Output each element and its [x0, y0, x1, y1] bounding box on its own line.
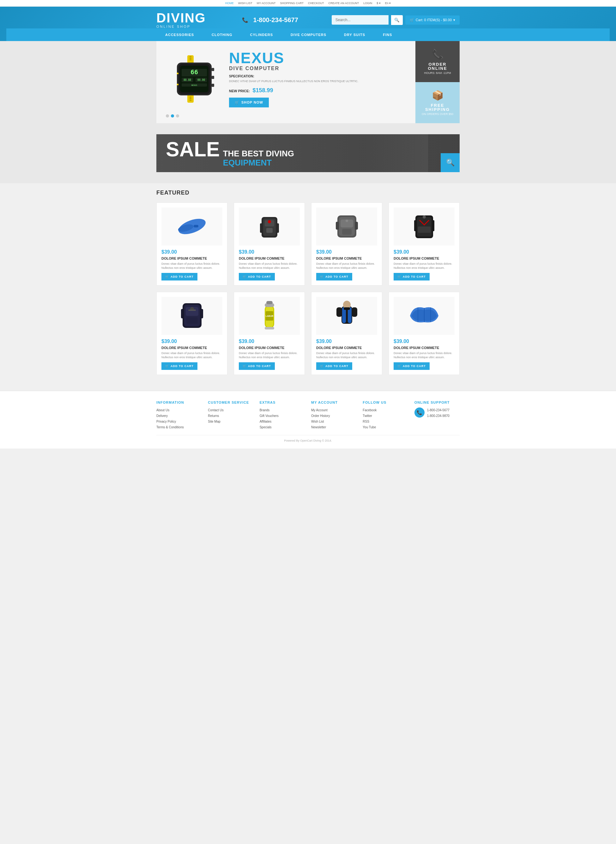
product-card-4: $39.00 DOLORE IPSUM COMMETE Donec vitae …	[389, 202, 460, 286]
cart-icon-6: 🛒	[243, 365, 246, 368]
product-desc-7: Donec vitae diam of purus luctus finisis…	[316, 351, 377, 359]
topbar-cart[interactable]: SHOPPING CART	[280, 1, 304, 5]
footer-facebook[interactable]: Facebook	[363, 407, 408, 413]
svg-text:LABUR: LABUR	[265, 315, 273, 317]
svg-rect-59	[265, 327, 274, 330]
cart-button[interactable]: 🛒 Cart: 0 ITEM(S) - $0.00 ▾	[405, 16, 460, 25]
cart-label: Cart: 0 ITEM(S) - $0.00	[416, 18, 452, 22]
add-to-cart-2[interactable]: 🛒 ADD TO CART	[239, 273, 275, 280]
sale-line1: THE BEST DIVING	[223, 149, 294, 158]
product-price-6: $39.00	[239, 338, 300, 344]
footer-newsletter[interactable]: Newsletter	[311, 425, 356, 430]
footer-col-follow-us: FOLLOW US Facebook Twitter RSS You Tube	[363, 400, 408, 430]
topbar-language[interactable]: En ▾	[385, 1, 391, 5]
sale-right-text: THE BEST DIVING EQUIPMENT	[223, 149, 294, 167]
footer-privacy[interactable]: Privacy Policy	[156, 419, 202, 425]
footer-my-account-title: MY ACCOUNT	[311, 400, 356, 404]
product-card-2: $39.00 DOLORE IPSUM COMMETE Donec vitae …	[234, 202, 305, 286]
shipping-panel-icon: 📦	[432, 90, 443, 101]
free-shipping-panel[interactable]: 📦 FREE SHIPPING ON ORDERS OVER $50	[415, 82, 460, 123]
search-input[interactable]	[332, 15, 389, 25]
svg-rect-37	[342, 229, 352, 235]
footer-site-map[interactable]: Site Map	[208, 419, 253, 425]
footer-rss[interactable]: RSS	[363, 419, 408, 425]
topbar-create-account[interactable]: CREATE AN ACCOUNT	[328, 1, 359, 5]
header-right: 🔍 🛒 Cart: 0 ITEM(S) - $0.00 ▾	[332, 15, 460, 25]
nav-fins[interactable]: FINS	[374, 28, 401, 41]
footer-terms[interactable]: Terms & Conditions	[156, 425, 202, 430]
product-price-4: $39.00	[394, 249, 455, 255]
add-to-cart-1[interactable]: 🛒 ADD TO CART	[161, 273, 197, 280]
footer-wish-list[interactable]: Wish List	[311, 419, 356, 425]
footer-delivery[interactable]: Delivery	[156, 413, 202, 419]
add-to-cart-8[interactable]: 🛒 ADD TO CART	[394, 362, 430, 370]
hero-spec-text: DONEC VITAE DIAM UT PURUS LUCTUS FINIBUS…	[229, 79, 406, 84]
svg-point-46	[423, 215, 426, 218]
footer-my-account[interactable]: My Account	[311, 407, 356, 413]
svg-text:88.88: 88.88	[183, 79, 191, 82]
sale-label: SALE	[166, 139, 220, 160]
svg-rect-65	[336, 307, 342, 317]
topbar-myaccount[interactable]: MY ACCOUNT	[257, 1, 276, 5]
shipping-note: ON ORDERS OVER $50	[422, 113, 453, 116]
svg-point-31	[268, 220, 271, 223]
footer-contact-us[interactable]: Contact Us	[208, 407, 253, 413]
add-to-cart-4[interactable]: 🛒 ADD TO CART	[394, 273, 430, 280]
product-name-7: DOLORE IPSUM COMMETE	[316, 346, 377, 350]
svg-rect-39	[355, 222, 358, 230]
svg-rect-20	[212, 76, 214, 79]
footer-specials[interactable]: Specials	[260, 425, 305, 430]
hero-product-image: 66 88.88 00.00 NEXUS	[166, 51, 223, 107]
support-phones: 1-800-234-5677 1-800-234-9870	[427, 407, 450, 419]
dot-3[interactable]	[176, 114, 179, 117]
nav-dry-suits[interactable]: DRY SUITS	[335, 28, 374, 41]
footer-returns[interactable]: Returns	[208, 413, 253, 419]
footer-affiliates[interactable]: Affiliates	[260, 419, 305, 425]
svg-rect-2	[189, 58, 191, 59]
product-image-3	[316, 208, 377, 245]
top-bar: HOME WISH LIST MY ACCOUNT SHOPPING CART …	[0, 0, 616, 7]
product-price-7: $39.00	[316, 338, 377, 344]
cart-icon-2: 🛒	[243, 275, 246, 278]
sale-search-button[interactable]: 🔍	[441, 153, 460, 172]
topbar-currency[interactable]: $ ▾	[377, 1, 381, 5]
product-card-3: $39.00 DOLORE IPSUM COMMETE Donec vitae …	[311, 202, 382, 286]
add-to-cart-5[interactable]: 🛒 ADD TO CART	[161, 362, 197, 370]
search-button[interactable]: 🔍	[391, 15, 403, 25]
footer-online-support-title: ONLINE SUPPORT	[414, 400, 460, 404]
footer-twitter[interactable]: Twitter	[363, 413, 408, 419]
add-to-cart-6[interactable]: 🛒 ADD TO CART	[239, 362, 275, 370]
cart-icon: 🛒	[410, 18, 414, 22]
products-grid-row1: $39.00 DOLORE IPSUM COMMETE Donec vitae …	[156, 202, 460, 286]
topbar-home[interactable]: HOME	[225, 1, 234, 5]
footer-youtube[interactable]: You Tube	[363, 425, 408, 430]
shop-now-button[interactable]: 🛒 SHOP NOW	[229, 98, 269, 107]
svg-rect-21	[212, 84, 214, 87]
topbar-checkout[interactable]: CHECKOUT	[308, 1, 324, 5]
footer-col-information: INFORMATION About Us Delivery Privacy Po…	[156, 400, 202, 430]
footer-support-area: 📞 1-800-234-5677 1-800-234-9870	[414, 407, 460, 419]
nav-cylinders[interactable]: CYLINDERS	[241, 28, 282, 41]
add-to-cart-7[interactable]: 🛒 ADD TO CART	[316, 362, 352, 370]
svg-rect-23	[177, 84, 179, 85]
topbar-login[interactable]: LOGIN	[363, 1, 372, 5]
dot-2[interactable]	[171, 114, 174, 117]
svg-rect-58	[266, 301, 273, 304]
nav-dive-computers[interactable]: DIVE COMPUTERS	[282, 28, 335, 41]
dot-1[interactable]	[166, 114, 169, 117]
hero-spec-label: SPECIFICATION:	[229, 75, 406, 78]
svg-point-40	[346, 220, 348, 222]
footer-about-us[interactable]: About Us	[156, 407, 202, 413]
footer-order-history[interactable]: Order History	[311, 413, 356, 419]
hero-content: 66 88.88 00.00 NEXUS	[156, 41, 415, 123]
nav-clothing[interactable]: CLOTHING	[203, 28, 241, 41]
svg-rect-26	[194, 225, 198, 227]
svg-rect-3	[189, 59, 191, 60]
footer-brands[interactable]: Brands	[260, 407, 305, 413]
footer-gift-vouchers[interactable]: Gift Vouchers	[260, 413, 305, 419]
footer-follow-us-title: FOLLOW US	[363, 400, 408, 404]
topbar-wishlist[interactable]: WISH LIST	[238, 1, 252, 5]
add-to-cart-3[interactable]: 🛒 ADD TO CART	[316, 273, 352, 280]
order-online-panel[interactable]: 📞 ORDER ONLINE HOURS: 8AM -11PM	[415, 41, 460, 82]
nav-accessories[interactable]: ACCESSORIES	[156, 28, 203, 41]
